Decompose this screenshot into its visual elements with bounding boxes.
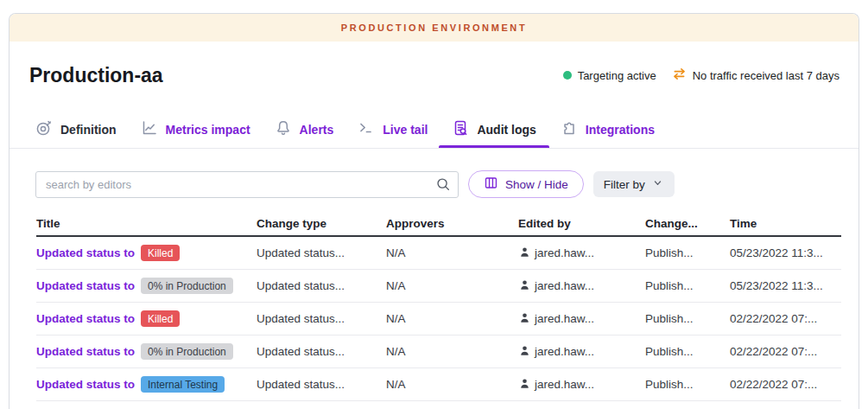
time-cell: 05/23/2022 11:3... (730, 246, 841, 259)
edited-by-cell: jared.haw... (518, 311, 645, 327)
editor-name: jared.haw... (535, 246, 594, 259)
approvers-cell: N/A (386, 312, 518, 325)
approvers-cell: N/A (386, 378, 518, 391)
tab-live-tail[interactable]: Live tail (358, 111, 428, 148)
person-icon (518, 311, 531, 327)
title-cell: Updated status to Killed (36, 245, 257, 261)
audit-title-link[interactable]: Updated status to (36, 378, 135, 391)
column-header-title: Title (36, 217, 257, 230)
targeting-status-label: Targeting active (578, 69, 656, 82)
environment-banner-label: PRODUCTION ENVIRONMENT (341, 22, 527, 33)
show-hide-button[interactable]: Show / Hide (468, 170, 584, 198)
time-cell: 05/23/2022 11:3... (730, 279, 841, 292)
time-cell: 02/22/2022 07:... (730, 378, 841, 391)
editor-name: jared.haw... (535, 312, 594, 325)
puzzle-icon (561, 119, 578, 139)
audit-title-link[interactable]: Updated status to (36, 279, 135, 292)
page-title: Production-aa (29, 62, 163, 88)
approvers-cell: N/A (386, 246, 518, 259)
person-icon (518, 344, 531, 360)
status-badge: 0% in Production (141, 278, 233, 294)
table-header-row: Title Change type Approvers Edited by Ch… (36, 211, 841, 237)
change-cell: Publish... (645, 279, 730, 292)
tab-label: Audit logs (477, 123, 535, 137)
status-badge: 0% in Production (141, 343, 233, 360)
swap-arrows-icon (672, 67, 687, 84)
editor-name: jared.haw... (535, 279, 594, 292)
title-cell: Updated status to Internal Testing (36, 376, 257, 393)
tab-label: Integrations (586, 123, 655, 137)
change-cell: Publish... (645, 345, 730, 358)
filter-by-label: Filter by (604, 178, 645, 191)
edited-by-cell: jared.haw... (518, 344, 645, 360)
columns-icon (484, 176, 498, 193)
column-header-change: Change... (645, 217, 730, 230)
person-icon (518, 278, 531, 294)
search-input[interactable] (35, 171, 459, 198)
edited-by-cell: jared.haw... (518, 377, 645, 393)
table-row[interactable]: Updated status to 0% in Production Updat… (36, 336, 841, 368)
change-type-cell: Updated status... (257, 345, 386, 358)
tab-alerts[interactable]: Alerts (275, 111, 334, 148)
change-type-cell: Updated status... (257, 279, 386, 292)
title-cell: Updated status to Killed (36, 310, 257, 327)
title-cell: Updated status to 0% in Production (36, 278, 257, 294)
table-row[interactable]: Updated status to Killed Updated status.… (36, 303, 841, 336)
tab-bar: Definition Metrics impact Alerts (10, 111, 858, 149)
editor-name: jared.haw... (535, 345, 594, 358)
tab-label: Live tail (383, 123, 428, 137)
flag-detail-card: PRODUCTION ENVIRONMENT Production-aa Tar… (9, 13, 859, 409)
column-header-time: Time (730, 217, 841, 230)
page-header: Production-aa Targeting active No traffi… (10, 42, 858, 111)
traffic-status: No traffic received last 7 days (672, 67, 839, 84)
approvers-cell: N/A (386, 279, 518, 292)
tab-definition[interactable]: Definition (35, 111, 117, 148)
tab-label: Metrics impact (166, 123, 250, 137)
change-type-cell: Updated status... (257, 246, 386, 259)
show-hide-label: Show / Hide (505, 178, 568, 191)
change-type-cell: Updated status... (257, 312, 386, 325)
person-icon (518, 246, 531, 261)
tab-audit-logs[interactable]: Audit logs (452, 111, 535, 148)
target-pen-icon (35, 119, 53, 139)
audit-title-link[interactable]: Updated status to (36, 312, 135, 325)
title-cell: Updated status to 0% in Production (36, 343, 257, 360)
green-dot-icon (563, 71, 572, 80)
time-cell: 02/22/2022 07:... (730, 345, 841, 358)
table-row[interactable]: Updated status to Internal Testing Updat… (36, 368, 841, 401)
status-badge: Killed (141, 310, 180, 327)
audit-log-table: Title Change type Approvers Edited by Ch… (10, 211, 858, 401)
traffic-status-label: No traffic received last 7 days (693, 69, 839, 82)
audit-log-magnifier-icon (452, 119, 469, 139)
environment-banner: PRODUCTION ENVIRONMENT (10, 14, 858, 42)
table-row[interactable]: Updated status to Killed Updated status.… (36, 237, 841, 270)
table-row[interactable]: Updated status to 0% in Production Updat… (36, 270, 841, 303)
column-header-edited-by: Edited by (518, 217, 645, 230)
person-icon (518, 377, 531, 393)
change-cell: Publish... (645, 312, 730, 325)
line-chart-icon (141, 119, 158, 139)
change-cell: Publish... (645, 246, 730, 259)
status-group: Targeting active No traffic received las… (563, 67, 839, 84)
approvers-cell: N/A (386, 345, 518, 358)
column-header-approvers: Approvers (386, 217, 518, 230)
tab-integrations[interactable]: Integrations (561, 111, 655, 148)
audit-title-link[interactable]: Updated status to (36, 345, 135, 358)
edited-by-cell: jared.haw... (518, 246, 645, 261)
editor-name: jared.haw... (535, 378, 594, 391)
audit-title-link[interactable]: Updated status to (36, 246, 135, 259)
edited-by-cell: jared.haw... (518, 278, 645, 294)
chevron-down-icon (651, 176, 664, 192)
toolbar: Show / Hide Filter by (10, 170, 858, 198)
change-cell: Publish... (645, 378, 730, 391)
status-badge: Killed (141, 245, 180, 261)
bell-icon (275, 119, 292, 139)
search-icon (435, 176, 451, 195)
tab-label: Alerts (300, 123, 334, 137)
filter-by-button[interactable]: Filter by (593, 171, 675, 197)
change-type-cell: Updated status... (257, 378, 386, 391)
tab-metrics-impact[interactable]: Metrics impact (141, 111, 250, 148)
status-badge: Internal Testing (141, 376, 225, 393)
targeting-status: Targeting active (563, 69, 656, 82)
search-field (35, 171, 459, 198)
